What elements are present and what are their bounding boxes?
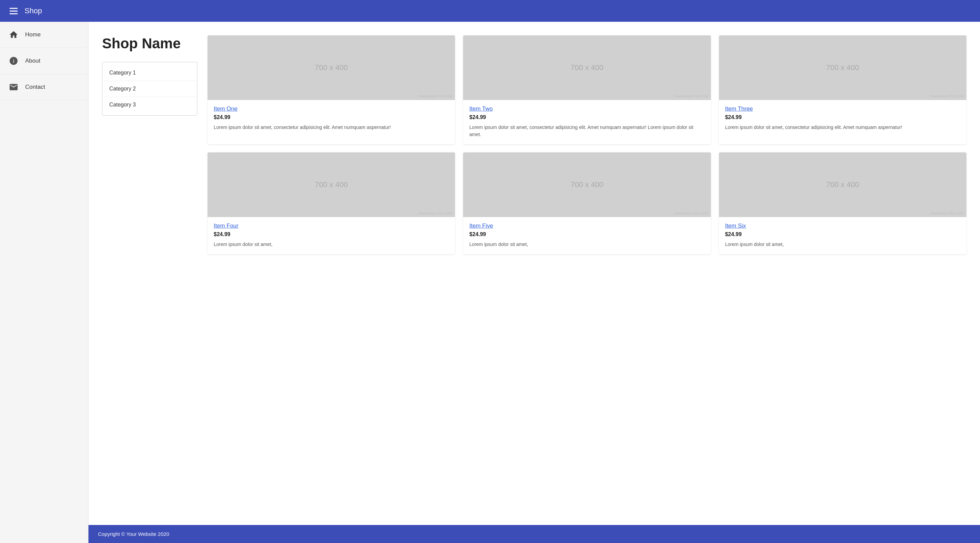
product-watermark-item-six: Powered by HTML.COM xyxy=(930,212,964,215)
product-watermark-item-five: Powered by HTML.COM xyxy=(675,212,708,215)
product-name-item-one[interactable]: Item One xyxy=(214,105,449,112)
product-image-label-item-six: 700 x 400 xyxy=(826,180,859,189)
product-image-label-item-five: 700 x 400 xyxy=(571,180,604,189)
product-name-item-four[interactable]: Item Four xyxy=(214,222,449,229)
product-desc-item-five: Lorem ipsum dolor sit amet, xyxy=(469,241,705,248)
product-info-item-four: Item Four $24.99 Lorem ipsum dolor sit a… xyxy=(208,217,455,254)
product-watermark-item-four: Powered by HTML.COM xyxy=(419,212,452,215)
sidebar-item-contact-label: Contact xyxy=(25,84,45,90)
product-card-item-five: 700 x 400 Powered by HTML.COM Item Five … xyxy=(463,152,711,254)
product-watermark-item-two: Powered by HTML.COM xyxy=(675,95,708,98)
product-price-item-one: $24.99 xyxy=(214,114,449,121)
content-area: Shop Name Category 1 Category 2 Category… xyxy=(89,22,980,525)
product-info-item-three: Item Three $24.99 Lorem ipsum dolor sit … xyxy=(719,100,966,144)
product-price-item-three: $24.99 xyxy=(725,114,960,121)
sidebar-item-home[interactable]: Home xyxy=(0,22,88,48)
product-card-item-one: 700 x 400 Powered by HTML.COM Item One $… xyxy=(208,35,455,144)
product-info-item-five: Item Five $24.99 Lorem ipsum dolor sit a… xyxy=(463,217,711,254)
svg-text:i: i xyxy=(13,58,14,64)
product-desc-item-three: Lorem ipsum dolor sit amet, consectetur … xyxy=(725,124,960,131)
left-panel: Shop Name Category 1 Category 2 Category… xyxy=(102,35,197,511)
product-card-item-four: 700 x 400 Powered by HTML.COM Item Four … xyxy=(208,152,455,254)
product-price-item-five: $24.99 xyxy=(469,231,705,238)
product-info-item-two: Item Two $24.99 Lorem ipsum dolor sit am… xyxy=(463,100,711,144)
product-watermark-item-one: Powered by HTML.COM xyxy=(419,95,452,98)
product-image-item-three: 700 x 400 Powered by HTML.COM xyxy=(719,35,966,100)
shop-name: Shop Name xyxy=(102,35,197,52)
sidebar-item-home-label: Home xyxy=(25,31,40,38)
product-card-item-two: 700 x 400 Powered by HTML.COM Item Two $… xyxy=(463,35,711,144)
product-desc-item-six: Lorem ipsum dolor sit amet, xyxy=(725,241,960,248)
product-desc-item-four: Lorem ipsum dolor sit amet, xyxy=(214,241,449,248)
product-price-item-four: $24.99 xyxy=(214,231,449,238)
sidebar-item-about-label: About xyxy=(25,57,40,64)
product-name-item-two[interactable]: Item Two xyxy=(469,105,705,112)
footer: Copyright © Your Website 2020 xyxy=(89,525,980,543)
sidebar-item-contact[interactable]: Contact xyxy=(0,74,88,100)
category-box: Category 1 Category 2 Category 3 xyxy=(102,62,197,116)
info-icon: i xyxy=(8,56,19,66)
product-info-item-one: Item One $24.99 Lorem ipsum dolor sit am… xyxy=(208,100,455,144)
product-name-item-six[interactable]: Item Six xyxy=(725,222,960,229)
mail-icon xyxy=(8,82,19,92)
product-image-item-one: 700 x 400 Powered by HTML.COM xyxy=(208,35,455,100)
sidebar-item-about[interactable]: i About xyxy=(0,48,88,74)
product-image-item-six: 700 x 400 Powered by HTML.COM xyxy=(719,152,966,217)
product-image-item-four: 700 x 400 Powered by HTML.COM xyxy=(208,152,455,217)
product-image-label-item-three: 700 x 400 xyxy=(826,63,859,72)
category-item-1[interactable]: Category 1 xyxy=(102,65,197,81)
product-card-item-six: 700 x 400 Powered by HTML.COM Item Six $… xyxy=(719,152,966,254)
product-desc-item-one: Lorem ipsum dolor sit amet, consectetur … xyxy=(214,124,449,131)
product-card-item-three: 700 x 400 Powered by HTML.COM Item Three… xyxy=(719,35,966,144)
main-area: Shop Name Category 1 Category 2 Category… xyxy=(89,22,980,543)
product-image-item-two: 700 x 400 Powered by HTML.COM xyxy=(463,35,711,100)
product-price-item-six: $24.99 xyxy=(725,231,960,238)
product-image-item-five: 700 x 400 Powered by HTML.COM xyxy=(463,152,711,217)
category-item-3[interactable]: Category 3 xyxy=(102,97,197,113)
topbar: Shop xyxy=(0,0,980,22)
product-name-item-three[interactable]: Item Three xyxy=(725,105,960,112)
product-watermark-item-three: Powered by HTML.COM xyxy=(930,95,964,98)
product-image-label-item-one: 700 x 400 xyxy=(315,63,348,72)
topbar-title: Shop xyxy=(24,6,42,15)
menu-icon[interactable] xyxy=(10,8,18,14)
product-name-item-five[interactable]: Item Five xyxy=(469,222,705,229)
footer-copyright: Copyright © Your Website 2020 xyxy=(98,531,169,537)
category-item-2[interactable]: Category 2 xyxy=(102,81,197,97)
product-image-label-item-four: 700 x 400 xyxy=(315,180,348,189)
product-desc-item-two: Lorem ipsum dolor sit amet, consectetur … xyxy=(469,124,705,138)
product-image-label-item-two: 700 x 400 xyxy=(571,63,604,72)
sidebar: Home i About Contact xyxy=(0,22,89,543)
product-grid: 700 x 400 Powered by HTML.COM Item One $… xyxy=(208,35,966,511)
home-icon xyxy=(8,29,19,40)
product-price-item-two: $24.99 xyxy=(469,114,705,121)
product-info-item-six: Item Six $24.99 Lorem ipsum dolor sit am… xyxy=(719,217,966,254)
